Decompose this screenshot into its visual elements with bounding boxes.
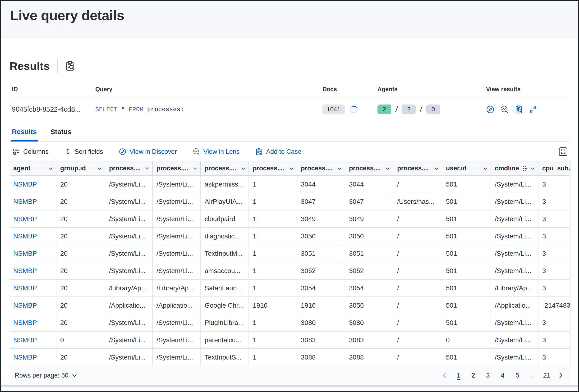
grid-cell[interactable]: 3051	[345, 245, 393, 262]
add-to-case-button[interactable]: Add to Case	[254, 148, 303, 156]
pagination-page-4[interactable]: 4	[497, 369, 509, 382]
grid-cell[interactable]: 3	[538, 349, 571, 366]
grid-cell[interactable]: /	[393, 245, 442, 262]
column-header-process-3[interactable]: process....	[201, 161, 249, 175]
grid-cell[interactable]: TextInputS...	[201, 349, 249, 366]
grid-cell[interactable]: /System/Li...	[153, 331, 201, 348]
grid-cell[interactable]: 1	[249, 331, 297, 348]
column-header-process-1[interactable]: process....	[105, 161, 153, 175]
grid-cell[interactable]: 3	[538, 210, 571, 227]
grid-cell[interactable]: 3050	[345, 228, 393, 245]
grid-cell[interactable]: 3047	[345, 193, 393, 210]
grid-cell[interactable]: 501	[442, 297, 491, 314]
column-header-process-2[interactable]: process....	[153, 161, 201, 175]
grid-cell[interactable]: /	[393, 280, 442, 296]
grid-cell[interactable]: 20	[56, 210, 105, 227]
grid-cell[interactable]: 3050	[297, 228, 345, 245]
grid-cell[interactable]: /System/Li...	[105, 193, 153, 210]
grid-cell[interactable]: 3044	[297, 176, 345, 193]
grid-cell[interactable]: 3056	[345, 297, 393, 314]
grid-cell[interactable]: 1	[249, 210, 297, 227]
grid-cell[interactable]: /System/Li...	[105, 245, 153, 262]
agent-link[interactable]: NSMBP	[9, 193, 56, 210]
grid-cell[interactable]: /System/Li...	[105, 331, 153, 348]
grid-cell[interactable]: /System/Li...	[491, 176, 538, 193]
grid-cell[interactable]: 3088	[345, 349, 393, 366]
view-in-lens-button[interactable]: View in Lens	[191, 148, 241, 156]
grid-cell[interactable]: /Applicatio...	[105, 297, 153, 314]
grid-cell[interactable]: 20	[56, 245, 105, 262]
grid-cell[interactable]: /System/Li...	[153, 245, 201, 262]
grid-cell[interactable]: 20	[56, 297, 105, 314]
grid-cell[interactable]: /System/Li...	[153, 193, 201, 210]
grid-cell[interactable]: 3054	[345, 280, 393, 296]
grid-cell[interactable]: 1916	[249, 297, 297, 314]
column-header-cmdline[interactable]: cmdline	[491, 161, 538, 175]
grid-cell[interactable]: 501	[442, 349, 491, 366]
grid-cell[interactable]: 3054	[297, 280, 345, 296]
grid-cell[interactable]: /	[393, 349, 442, 366]
agent-link[interactable]: NSMBP	[9, 349, 56, 366]
column-header-process-7[interactable]: process....	[393, 161, 442, 175]
grid-cell[interactable]: /System/Li...	[153, 228, 201, 245]
grid-cell[interactable]: 1	[249, 176, 297, 193]
grid-cell[interactable]: diagnostic...	[201, 228, 249, 245]
grid-cell[interactable]: 3	[538, 280, 571, 296]
grid-cell[interactable]: /System/Li...	[491, 245, 538, 262]
view-in-discover-button[interactable]: View in Discover	[117, 148, 178, 156]
grid-cell[interactable]: askpermiss...	[201, 176, 249, 193]
grid-cell[interactable]: /	[393, 331, 442, 348]
grid-cell[interactable]: SafariLaun...	[201, 280, 249, 296]
grid-cell[interactable]: /System/Li...	[105, 314, 153, 331]
lens-icon[interactable]	[500, 105, 509, 114]
grid-cell[interactable]: /System/Li...	[491, 228, 538, 245]
grid-cell[interactable]: 3	[538, 176, 571, 193]
grid-cell[interactable]: 501	[442, 262, 491, 279]
grid-cell[interactable]: 501	[442, 176, 491, 193]
grid-cell[interactable]: /Library/Ap...	[153, 280, 201, 296]
inspect-clipboard-icon[interactable]	[65, 61, 75, 71]
grid-cell[interactable]: /	[393, 228, 442, 245]
grid-cell[interactable]: 3047	[297, 193, 345, 210]
grid-cell[interactable]: 3051	[297, 245, 345, 262]
column-header-cpu-subtype[interactable]: cpu_sub...	[538, 161, 571, 175]
grid-cell[interactable]: 1916	[297, 297, 345, 314]
grid-cell[interactable]: 0	[56, 331, 105, 348]
grid-cell[interactable]: 20	[56, 314, 105, 331]
grid-cell[interactable]: 3052	[345, 262, 393, 279]
agent-link[interactable]: NSMBP	[9, 176, 56, 193]
grid-cell[interactable]: 1	[249, 262, 297, 279]
grid-cell[interactable]: 3083	[297, 331, 345, 348]
grid-cell[interactable]: 3080	[297, 314, 345, 331]
inspect-icon[interactable]	[514, 105, 523, 114]
grid-cell[interactable]: 501	[442, 280, 491, 296]
grid-cell[interactable]: 3080	[345, 314, 393, 331]
grid-cell[interactable]: /Applicatio...	[491, 297, 538, 314]
agent-link[interactable]: NSMBP	[9, 210, 56, 227]
grid-cell[interactable]: /System/Li...	[491, 262, 538, 279]
agent-link[interactable]: NSMBP	[9, 228, 56, 245]
agent-link[interactable]: NSMBP	[9, 245, 56, 262]
grid-cell[interactable]: 3	[538, 314, 571, 331]
grid-cell[interactable]: AirPlayUIA...	[201, 193, 249, 210]
grid-cell[interactable]: 0	[442, 331, 491, 348]
grid-cell[interactable]: 3052	[297, 262, 345, 279]
grid-cell[interactable]: /System/Li...	[491, 314, 538, 331]
grid-cell[interactable]: 3	[538, 331, 571, 348]
column-header-process-4[interactable]: process....	[249, 161, 297, 175]
grid-cell[interactable]: /Users/nas...	[393, 193, 442, 210]
column-header-user-id[interactable]: user.id	[442, 161, 491, 175]
grid-cell[interactable]: /System/Li...	[491, 210, 538, 227]
pagination-page-21[interactable]: 21	[541, 369, 553, 382]
grid-cell[interactable]: 501	[442, 228, 491, 245]
rows-per-page-button[interactable]: Rows per page: 50	[13, 372, 79, 380]
column-header-process-6[interactable]: process....	[345, 161, 393, 175]
grid-cell[interactable]: 20	[56, 349, 105, 366]
grid-cell[interactable]: 20	[56, 262, 105, 279]
grid-cell[interactable]: 20	[56, 193, 105, 210]
pagination-page-3[interactable]: 3	[482, 369, 494, 382]
grid-cell[interactable]: /	[393, 314, 442, 331]
expand-icon[interactable]	[529, 105, 537, 114]
grid-cell[interactable]: /	[393, 262, 442, 279]
agent-link[interactable]: NSMBP	[9, 262, 56, 279]
